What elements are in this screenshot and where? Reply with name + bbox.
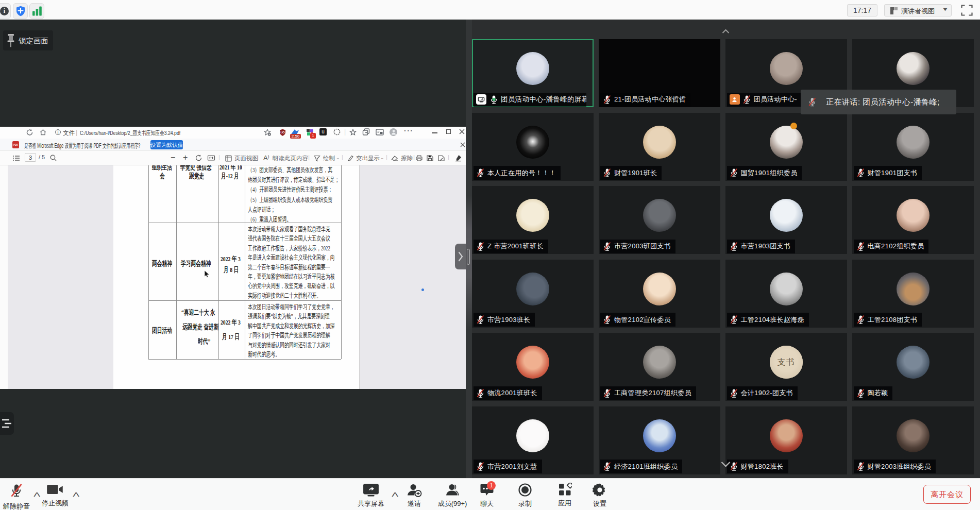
svg-text:UO: UO bbox=[280, 131, 285, 134]
